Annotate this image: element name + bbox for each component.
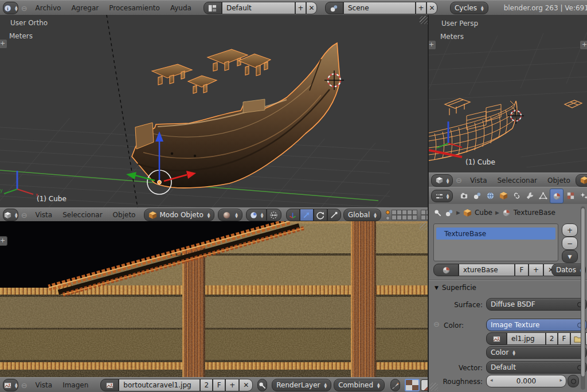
material-slot-specials-button[interactable]: ▼	[562, 250, 578, 263]
wireframe-ship[interactable]	[429, 101, 517, 160]
material-slot-list[interactable]: TextureBase	[433, 224, 558, 261]
menu-seleccionar[interactable]: Seleccionar	[57, 211, 107, 219]
screen-layout-delete-button[interactable]: ✕	[306, 2, 317, 14]
collapse-menus-icon[interactable]: ⊖	[21, 211, 28, 219]
surface-shader-select[interactable]: Diffuse BSDF	[486, 298, 587, 311]
surface-panel-header[interactable]: ▼ Superficie	[435, 284, 476, 292]
menu-agregar[interactable]: Agregar	[66, 4, 104, 12]
menu-procesamiento[interactable]: Procesamiento	[104, 4, 165, 12]
breadcrumb-material[interactable]: TextureBase	[514, 209, 555, 217]
texture-image-fake-user-button[interactable]: F	[558, 332, 570, 345]
breadcrumb-object[interactable]: Cube	[475, 209, 492, 217]
texture-image-users-count[interactable]: 2	[546, 332, 558, 345]
scene-delete-button[interactable]: ✕	[426, 2, 437, 14]
region-resize-handle[interactable]	[420, 222, 428, 230]
transform-orientation-select[interactable]: Global▲▼	[343, 209, 381, 221]
image-users-count[interactable]: 2	[200, 379, 213, 391]
interaction-mode-select[interactable]: Modo Objeto▲▼	[144, 209, 214, 221]
tab-constraints[interactable]	[510, 189, 523, 202]
tab-world[interactable]	[484, 189, 496, 202]
menu-imagen[interactable]: Imagen	[57, 381, 93, 389]
image-paint-mode-button[interactable]	[390, 379, 400, 391]
render-layer-select[interactable]: RenderLayer▲▼	[272, 379, 331, 391]
screen-layout-name[interactable]: Default	[222, 2, 295, 14]
tab-particles[interactable]	[577, 189, 587, 202]
editor-type-button-properties[interactable]: ▲▼	[431, 190, 453, 202]
tab-texture[interactable]	[564, 189, 577, 202]
menu-vista[interactable]: Vista	[465, 177, 492, 185]
viewport-3d-left-canvas[interactable]: x y	[0, 15, 429, 207]
screen-layout-add-button[interactable]: +	[295, 2, 306, 14]
image-texture-canvas[interactable]	[0, 221, 429, 377]
scene-name[interactable]: Scene	[343, 2, 416, 14]
slider-increase-icon[interactable]: ▸	[559, 377, 562, 383]
menu-objeto[interactable]: Objeto	[108, 211, 141, 219]
texture-image-browse-button[interactable]	[486, 332, 507, 345]
scene-icon[interactable]	[325, 2, 343, 14]
deck-piece-group[interactable]	[152, 49, 271, 93]
menu-archivo[interactable]: Archivo	[30, 4, 66, 12]
slider-decrease-icon[interactable]: ◂	[490, 377, 493, 383]
editor-type-button-3dview[interactable]: ▲▼	[431, 174, 453, 187]
color-input-select[interactable]: Image Texture	[486, 319, 587, 331]
interaction-mode-select[interactable]: Modo	[576, 174, 587, 187]
editor-type-button-image[interactable]: ▲▼	[3, 379, 18, 391]
material-slot-add-button[interactable]: +	[562, 224, 578, 237]
image-pin-button[interactable]	[257, 379, 267, 391]
colorspace-select[interactable]: Color▲▼	[486, 346, 587, 359]
material-new-button[interactable]: +	[529, 264, 543, 276]
tab-object-data[interactable]	[537, 189, 549, 202]
manipulator-toggle-button[interactable]	[286, 209, 300, 221]
menu-ayuda[interactable]: Ayuda	[165, 4, 197, 12]
image-fake-user-button[interactable]: F	[213, 379, 225, 391]
material-fake-user-button[interactable]: F	[515, 264, 529, 276]
image-browse-button[interactable]	[100, 379, 119, 391]
pin-icon[interactable]	[433, 209, 442, 217]
editor-type-button-info[interactable]: ▲▼	[3, 2, 18, 14]
viewport-3d-right[interactable]: User Persp Meters (1) Cube + +	[429, 15, 587, 173]
tab-object[interactable]	[497, 189, 510, 202]
scene-add-button[interactable]: +	[416, 2, 426, 14]
material-name-field[interactable]: xtureBase	[459, 264, 515, 276]
vector-select[interactable]: Default	[486, 361, 587, 374]
menu-objeto[interactable]: Objeto	[542, 177, 576, 185]
menu-vista[interactable]: Vista	[30, 211, 58, 219]
tab-modifiers[interactable]	[523, 189, 536, 202]
toolbar-expand-tab[interactable]: +	[429, 40, 436, 50]
menu-vista[interactable]: Vista	[30, 381, 58, 389]
roughness-socket-button[interactable]	[568, 375, 579, 387]
region-resize-handle[interactable]	[420, 16, 428, 24]
properties-scrollbar-thumb[interactable]	[581, 207, 585, 377]
ship-model[interactable]	[132, 43, 340, 188]
collapse-menus-icon[interactable]: ⊖	[21, 382, 28, 389]
viewport-shading-select[interactable]: ▲▼	[218, 209, 242, 221]
panel-expand-tab[interactable]: +	[0, 236, 7, 246]
tab-material[interactable]	[550, 189, 563, 203]
rotate-manipulator-button[interactable]	[314, 209, 327, 221]
material-slot-row[interactable]: TextureBase	[436, 228, 555, 240]
render-pass-select[interactable]: Combined▲▼	[334, 379, 385, 391]
wireframe-deck-pieces[interactable]	[445, 99, 582, 115]
toolbar-expand-tab[interactable]: +	[0, 39, 7, 49]
roughness-slider[interactable]: ◂ 0.000 ▸	[486, 375, 566, 387]
properties-scrollbar-track[interactable]	[581, 206, 585, 390]
proportional-edit-button[interactable]	[267, 209, 281, 221]
texture-image-name[interactable]: el1.jpg	[507, 332, 546, 345]
collapse-menus-icon[interactable]: ⊖	[456, 177, 462, 184]
render-engine-select[interactable]: Cycles▲▼	[450, 2, 488, 14]
image-unlink-button[interactable]: ✕	[239, 379, 253, 391]
scale-manipulator-button[interactable]	[327, 209, 341, 221]
color-unlink-icon[interactable]: ⊖	[433, 320, 440, 328]
tab-scene[interactable]	[471, 189, 483, 202]
collapse-menus-icon[interactable]: ⊖	[21, 5, 28, 12]
material-slot-remove-button[interactable]: −	[562, 237, 578, 250]
material-browse-button[interactable]	[433, 264, 459, 276]
pivot-point-select[interactable]: ▲▼	[246, 209, 267, 221]
editor-type-button-3dview[interactable]: ▲▼	[3, 209, 18, 221]
region-resize-handle[interactable]	[430, 383, 438, 391]
image-name-field[interactable]: bortoutcaravel1.jpg	[119, 379, 200, 391]
screen-layout-icon[interactable]	[204, 2, 222, 14]
image-new-button[interactable]: +	[225, 379, 239, 391]
menu-seleccionar[interactable]: Seleccionar	[492, 177, 542, 185]
region-divider[interactable]	[428, 15, 429, 392]
